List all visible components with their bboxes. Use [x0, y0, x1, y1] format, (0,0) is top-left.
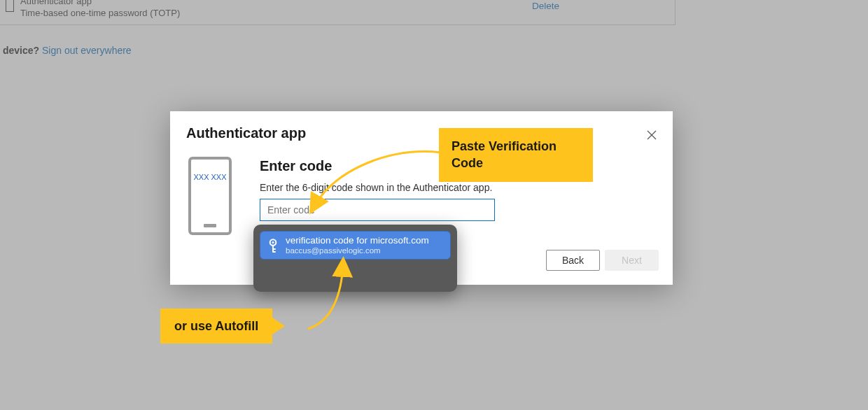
- close-icon: [647, 130, 657, 140]
- back-button[interactable]: Back: [546, 250, 600, 271]
- svg-rect-3: [204, 224, 216, 227]
- svg-text:XXX XXX: XXX XXX: [193, 173, 227, 181]
- key-icon: [267, 239, 279, 253]
- autofill-account: baccus@passivelogic.com: [286, 246, 429, 256]
- modal-title: Authenticator app: [186, 125, 306, 141]
- enter-code-heading: Enter code: [260, 158, 332, 174]
- close-button[interactable]: [645, 128, 659, 142]
- autofill-title: verification code for microsoft.com: [286, 235, 429, 246]
- autofill-suggestion[interactable]: verification code for microsoft.com bacc…: [260, 231, 451, 260]
- callout-paste: Paste Verification Code: [439, 128, 593, 182]
- autofill-popup: verification code for microsoft.com bacc…: [253, 225, 457, 292]
- enter-code-description: Enter the 6-digit code shown in the Auth…: [260, 182, 492, 193]
- callout-autofill: or use Autofill: [160, 309, 272, 344]
- svg-point-5: [272, 241, 274, 243]
- next-button: Next: [605, 250, 659, 271]
- phone-icon: XXX XXX: [188, 157, 232, 235]
- code-input[interactable]: [260, 199, 495, 221]
